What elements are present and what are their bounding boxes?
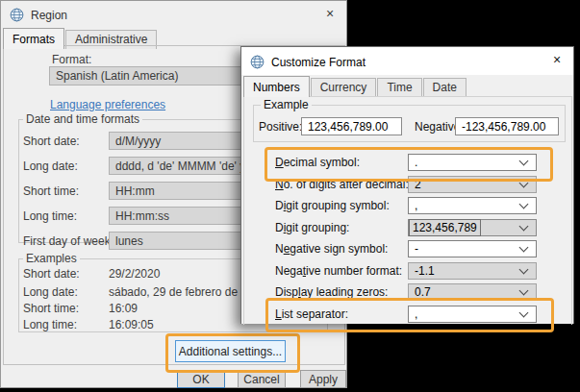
short-date-value: d/M/yyyy [115,135,161,148]
negative-example-value: -123,456,789.00 [462,120,545,134]
digit-grouping-symbol-label: Digit grouping symbol: [275,197,390,214]
globe-icon [10,8,24,22]
tab-currency[interactable]: Currency [311,78,377,97]
list-separator-dropdown[interactable]: , [408,306,537,323]
display-leading-zeros-label: Display leading zeros: [275,283,388,301]
customize-dialog-title: Customize Format [271,56,366,69]
positive-example-field[interactable]: 123,456,789.00 [301,117,402,135]
example-group-title: Example [261,99,312,110]
negative-sign-symbol-value: - [409,242,517,256]
customize-tab-strip: Numbers Currency Time Date [243,76,467,97]
digit-grouping-label: Digit grouping: [275,219,349,236]
short-date-label: Short date: [23,133,80,150]
region-close-icon[interactable]: × [315,2,345,25]
chevron-down-icon [519,222,529,232]
negative-example-field[interactable]: -123,456,789.00 [455,117,559,135]
digit-grouping-dropdown[interactable]: 123,456,789 [408,219,537,236]
list-separator-value: , [409,307,517,321]
digits-after-decimal-dropdown[interactable]: 2 [408,176,537,193]
datetime-formats-group-title: Date and time formats [23,113,142,125]
apply-button[interactable]: Apply [300,370,346,388]
negative-number-format-dropdown[interactable]: -1.1 [408,262,537,280]
screenshot-background: Region × Formats Administrative Format: … [0,0,580,392]
additional-settings-button[interactable]: Additional settings... [175,340,286,362]
tab-date[interactable]: Date [423,78,467,97]
first-day-value: lunes [115,234,143,248]
negative-sign-symbol-dropdown[interactable]: - [408,240,537,257]
example-short-date-value: 29/2/2020 [109,267,160,281]
list-separator-label: List separator: [275,306,348,323]
negative-number-format-value: -1.1 [409,264,517,278]
first-day-label: First day of week: [23,233,113,250]
decimal-symbol-value: . [409,156,517,169]
chevron-down-icon [519,308,529,318]
negative-sign-symbol-label: Negative sign symbol: [275,240,388,257]
example-long-date-label: Long date: [23,285,78,299]
tab-numbers[interactable]: Numbers [243,76,310,97]
example-long-time-value: 16:09:05 [109,318,154,331]
display-leading-zeros-value: 0.7 [409,285,517,299]
customize-format-dialog: Customize Format × Numbers Currency Time… [240,46,574,324]
short-time-label: Short time: [23,183,79,200]
digits-after-decimal-value: 2 [409,178,517,191]
example-short-time-label: Short time: [23,302,79,315]
customize-titlebar[interactable]: Customize Format × [241,47,573,75]
digits-after-decimal-label: No. of digits after decimal: [275,176,409,193]
display-leading-zeros-dropdown[interactable]: 0.7 [408,283,537,301]
example-long-time-label: Long time: [23,318,77,331]
chevron-down-icon [519,157,529,166]
example-short-time-value: 16:09 [109,302,138,315]
chevron-down-icon [519,265,529,275]
digit-grouping-symbol-value: , [409,199,517,212]
long-time-value: HH:mm:ss [115,209,169,223]
chevron-down-icon [519,179,529,188]
ok-button[interactable]: OK [177,370,225,388]
customize-close-icon[interactable]: × [542,48,572,71]
globe-icon [250,55,265,69]
short-time-value: HH:mm [115,184,155,198]
digit-grouping-value: 123,456,789 [410,220,480,235]
tab-formats[interactable]: Formats [3,28,64,49]
format-dropdown-value: Spanish (Latin America) [56,69,178,83]
decimal-symbol-label: Decimal symbol: [275,154,360,171]
chevron-down-icon [519,200,529,209]
negative-number-format-label: Negative number format: [275,262,402,280]
positive-example-value: 123,456,789.00 [308,120,388,134]
tab-time[interactable]: Time [377,78,421,97]
chevron-down-icon [519,286,529,296]
chevron-down-icon [519,243,529,253]
decimal-symbol-dropdown[interactable]: . [408,154,537,171]
examples-group-title: Examples [23,253,80,264]
language-preferences-link[interactable]: Language preferences [50,98,165,111]
long-date-label: Long date: [23,158,78,175]
region-dialog-title: Region [31,9,67,22]
region-titlebar[interactable]: Region × [1,1,346,29]
positive-label: Positive: [259,118,302,135]
digit-grouping-symbol-dropdown[interactable]: , [408,197,537,214]
long-time-label: Long time: [23,208,77,225]
cancel-button[interactable]: Cancel [238,370,286,388]
example-short-date-label: Short date: [23,267,80,281]
